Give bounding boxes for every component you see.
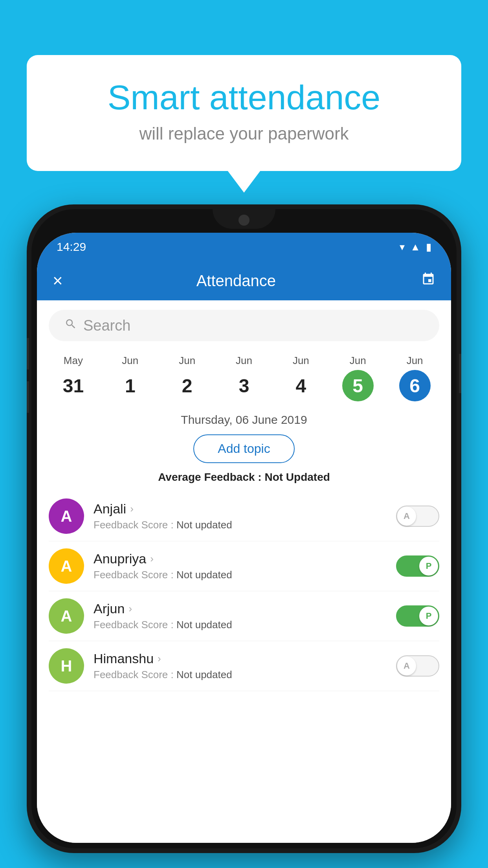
feedback-score: Feedback Score : Not updated	[94, 669, 387, 681]
wifi-icon: ▾	[400, 241, 405, 253]
status-bar: 14:29 ▾ ▲ ▮	[37, 233, 451, 261]
add-topic-button[interactable]: Add topic	[193, 434, 294, 463]
search-bar[interactable]: Search	[49, 310, 439, 341]
calendar-icon[interactable]	[421, 272, 435, 290]
cal-date-number: 3	[228, 370, 260, 401]
student-list: AAnjali ›Feedback Score : Not updatedAAA…	[37, 491, 451, 691]
cal-month-label: Jun	[350, 355, 366, 367]
search-icon	[64, 317, 77, 334]
chevron-icon: ›	[158, 653, 161, 665]
cal-month-label: Jun	[293, 355, 309, 367]
student-item[interactable]: AAnjali ›Feedback Score : Not updatedA	[49, 491, 439, 541]
calendar-strip: May31Jun1Jun2Jun3Jun4Jun5Jun6	[37, 348, 451, 408]
toggle-knob: P	[419, 557, 438, 576]
attendance-toggle[interactable]: P	[396, 555, 439, 577]
volume-down-button[interactable]	[27, 381, 29, 413]
phone-screen: 14:29 ▾ ▲ ▮ × Attendance	[37, 233, 451, 843]
toggle-knob: P	[419, 607, 438, 625]
calendar-day[interactable]: Jun3	[216, 351, 273, 408]
power-button[interactable]	[459, 354, 461, 393]
toggle-switch[interactable]: A	[396, 655, 439, 677]
cal-date-number: 6	[399, 370, 431, 401]
student-info: Anjali ›Feedback Score : Not updated	[94, 501, 387, 531]
student-item[interactable]: HHimanshu ›Feedback Score : Not updatedA	[49, 641, 439, 691]
avatar: A	[49, 548, 84, 584]
app-header: × Attendance	[37, 261, 451, 300]
chevron-icon: ›	[128, 603, 132, 615]
feedback-score: Feedback Score : Not updated	[94, 569, 387, 581]
chevron-icon: ›	[150, 553, 154, 565]
cal-date-number: 4	[285, 370, 317, 401]
search-placeholder: Search	[83, 317, 130, 334]
cal-date-number: 1	[114, 370, 146, 401]
toggle-switch[interactable]: P	[396, 555, 439, 577]
chevron-icon: ›	[130, 503, 134, 515]
feedback-summary: Average Feedback : Not Updated	[37, 467, 451, 491]
calendar-day[interactable]: Jun1	[102, 351, 159, 408]
avatar: A	[49, 598, 84, 634]
signal-icon: ▲	[410, 241, 420, 253]
app-content: Search May31Jun1Jun2Jun3Jun4Jun5Jun6 Thu…	[37, 300, 451, 843]
student-name: Arjun ›	[94, 601, 387, 616]
attendance-toggle[interactable]: A	[396, 506, 439, 527]
attendance-toggle[interactable]: P	[396, 605, 439, 627]
feedback-label-text: Average Feedback :	[158, 471, 264, 483]
attendance-toggle[interactable]: A	[396, 655, 439, 677]
calendar-day[interactable]: May31	[45, 351, 102, 408]
cal-month-label: Jun	[179, 355, 195, 367]
header-title: Attendance	[51, 272, 421, 290]
avatar: H	[49, 648, 84, 684]
phone-inner: 14:29 ▾ ▲ ▮ × Attendance	[31, 209, 457, 848]
feedback-score: Feedback Score : Not updated	[94, 519, 387, 531]
toggle-knob: A	[397, 657, 416, 675]
status-icons: ▾ ▲ ▮	[400, 241, 431, 253]
battery-icon: ▮	[426, 241, 431, 253]
cal-date-number: 31	[57, 370, 89, 401]
volume-up-button[interactable]	[27, 338, 29, 370]
student-item[interactable]: AArjun ›Feedback Score : Not updatedP	[49, 591, 439, 641]
phone-mockup: 14:29 ▾ ▲ ▮ × Attendance	[27, 204, 461, 853]
cal-date-number: 2	[171, 370, 203, 401]
student-info: Himanshu ›Feedback Score : Not updated	[94, 651, 387, 681]
calendar-day[interactable]: Jun4	[272, 351, 329, 408]
cal-month-label: Jun	[236, 355, 252, 367]
bubble-subtitle: will replace your paperwork	[58, 124, 430, 143]
student-info: Anupriya ›Feedback Score : Not updated	[94, 551, 387, 581]
calendar-day[interactable]: Jun5	[329, 351, 386, 408]
student-name: Anupriya ›	[94, 551, 387, 566]
date-label: Thursday, 06 June 2019	[37, 408, 451, 430]
cal-month-label: Jun	[407, 355, 423, 367]
add-topic-container: Add topic	[37, 434, 451, 463]
calendar-day[interactable]: Jun2	[159, 351, 216, 408]
camera	[238, 215, 250, 226]
notch	[213, 209, 275, 229]
calendar-day[interactable]: Jun6	[386, 351, 443, 408]
speech-bubble-container: Smart attendance will replace your paper…	[27, 55, 461, 171]
cal-month-label: Jun	[122, 355, 138, 367]
feedback-value: Not Updated	[264, 471, 330, 483]
student-name: Himanshu ›	[94, 651, 387, 666]
student-name: Anjali ›	[94, 501, 387, 517]
student-info: Arjun ›Feedback Score : Not updated	[94, 601, 387, 631]
speech-bubble: Smart attendance will replace your paper…	[27, 55, 461, 171]
toggle-knob: A	[397, 507, 416, 526]
avatar: A	[49, 498, 84, 534]
toggle-switch[interactable]: A	[396, 506, 439, 527]
student-item[interactable]: AAnupriya ›Feedback Score : Not updatedP	[49, 541, 439, 591]
toggle-switch[interactable]: P	[396, 605, 439, 627]
cal-date-number: 5	[342, 370, 374, 401]
bubble-title: Smart attendance	[58, 79, 430, 117]
feedback-score: Feedback Score : Not updated	[94, 619, 387, 631]
cal-month-label: May	[64, 355, 83, 367]
status-time: 14:29	[57, 240, 86, 254]
